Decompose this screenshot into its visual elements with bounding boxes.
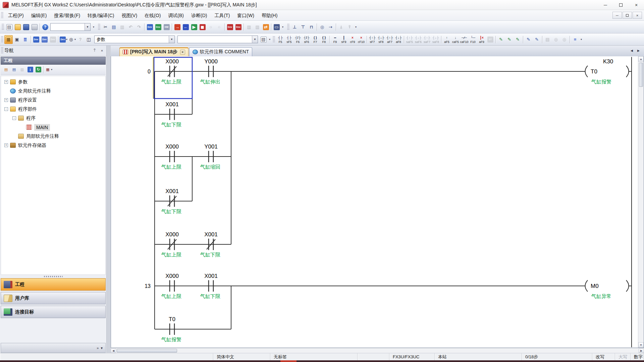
module-config-button[interactable]: ▣ bbox=[13, 35, 21, 44]
edit-contact-button[interactable]: ✎ bbox=[497, 35, 505, 44]
tab-scroll-right[interactable]: ▶ bbox=[636, 48, 641, 53]
paste-button[interactable]: ▥ bbox=[118, 23, 126, 32]
menu-item[interactable]: 转换/编译(C) bbox=[84, 13, 118, 18]
nav-tree-item-程序部件[interactable]: -程序部件 bbox=[1, 105, 105, 114]
tab-close-icon[interactable]: × bbox=[180, 50, 185, 55]
new-item-button[interactable]: ▤ bbox=[2, 66, 10, 74]
device-red-2-button[interactable]: Dev bbox=[234, 23, 243, 32]
instruction-F8-button[interactable]: { }F8 bbox=[320, 35, 328, 45]
ladder-canvas[interactable]: X000气缸上限Y000气缸伸出X001气缸下限X000气缸上限Y001气缸缩回… bbox=[111, 56, 639, 347]
instruction-sF7-button[interactable]: ┤↑├sF7 bbox=[368, 35, 377, 45]
panel-footer-expand[interactable]: » bbox=[97, 346, 99, 350]
menu-item[interactable]: 帮助(H) bbox=[258, 13, 281, 18]
vertical-splitter[interactable] bbox=[107, 46, 111, 353]
instruction-F7-button[interactable]: ( )F7 bbox=[311, 35, 320, 45]
instruction-caF10-button[interactable]: ─∕─caF10 bbox=[460, 35, 469, 45]
item-info-button[interactable]: i bbox=[26, 66, 34, 74]
horizontal-scroll-thumb[interactable] bbox=[117, 349, 177, 353]
cut-button[interactable]: ✂ bbox=[101, 23, 110, 32]
instruction-saF7-button[interactable]: ┤↑├saF7 bbox=[423, 35, 431, 45]
horizontal-scrollbar[interactable]: ◀ ▶ bbox=[111, 348, 644, 353]
nav-view-button-用户库[interactable]: 用户库 bbox=[1, 292, 106, 304]
find-combobox[interactable]: ▼ bbox=[177, 36, 258, 43]
save-file-button[interactable] bbox=[22, 23, 30, 32]
redo-button[interactable]: ↷ bbox=[135, 23, 143, 32]
nav-view-button-工程[interactable]: 工程 bbox=[1, 278, 106, 291]
monitor-pause-button[interactable]: ○ bbox=[207, 23, 215, 32]
nav-toggle-button[interactable]: ▦ bbox=[4, 35, 13, 44]
nav-tree-item-全局软元件注释[interactable]: 全局软元件注释 bbox=[1, 86, 105, 96]
nav-tree-item-MAIN[interactable]: MAIN bbox=[1, 123, 105, 132]
instruction-caF5-button[interactable]: ↓caF5 bbox=[451, 35, 460, 45]
vertical-scroll-thumb[interactable] bbox=[639, 63, 643, 87]
undo-button[interactable]: ↶ bbox=[126, 23, 135, 32]
menu-item[interactable]: 诊断(D) bbox=[187, 13, 211, 18]
mdi-close-button[interactable]: × bbox=[633, 12, 642, 19]
device-display-button[interactable]: Dev▾ bbox=[59, 35, 68, 44]
gray-doc-2-button[interactable]: ▥ bbox=[253, 23, 262, 32]
menu-item[interactable]: 在线(O) bbox=[141, 13, 164, 18]
close-icon[interactable]: × bbox=[99, 48, 105, 53]
find-prev-button[interactable]: ◎ bbox=[552, 35, 560, 44]
graph-up-button[interactable]: ⍋ bbox=[337, 23, 345, 32]
find-next-button[interactable]: ◎ bbox=[560, 35, 569, 44]
paste-item-button[interactable]: ▥ bbox=[18, 66, 26, 74]
instruction-saF5-button[interactable]: ┤↑├saF5 bbox=[405, 35, 414, 45]
edit-inline-st-button[interactable]: ✎ bbox=[524, 35, 533, 44]
instruction-sF8-button[interactable]: ┤↓├sF8 bbox=[377, 35, 385, 45]
instruction-F9-button[interactable]: ━F9 bbox=[331, 35, 339, 45]
sort-filter-button[interactable]: ▦▾ bbox=[45, 66, 53, 74]
edit-rung-button[interactable]: ✎ bbox=[514, 35, 522, 44]
tab-scroll-left[interactable]: ◀ bbox=[629, 48, 635, 53]
sampling-trace-3-button[interactable]: ⊓ bbox=[307, 23, 316, 32]
instruction-aF8-button[interactable]: ┤↓├aF8 bbox=[394, 35, 403, 45]
toolbar-combobox[interactable]: ▼ bbox=[50, 23, 91, 31]
gray-doc-1-button[interactable]: ▥ bbox=[245, 23, 253, 32]
parameter-combobox[interactable]: 参数 ▼ bbox=[94, 36, 175, 43]
sampling-trace-1-button[interactable]: ⊥ bbox=[290, 23, 299, 32]
tree-expander-icon[interactable]: - bbox=[4, 107, 8, 111]
device-grid-button[interactable]: Dev bbox=[40, 35, 49, 44]
chevron-down-icon[interactable]: ▼ bbox=[169, 36, 174, 43]
instruction-saF8-button[interactable]: ┤↓├saF8 bbox=[431, 35, 440, 45]
menu-item[interactable]: 视图(V) bbox=[118, 13, 141, 18]
instruction-F10-button[interactable]: └─F10 bbox=[469, 35, 477, 45]
close-button[interactable]: × bbox=[629, 0, 644, 10]
monitor-stop-button[interactable]: ◼ bbox=[198, 23, 207, 32]
open-file-button[interactable] bbox=[13, 23, 22, 32]
instruction-aF7-button[interactable]: ┤↑├aF7 bbox=[385, 35, 394, 45]
panel-splitter[interactable] bbox=[0, 275, 106, 278]
transfer-setup-button[interactable]: ⇄ bbox=[262, 23, 270, 32]
instruction-aF5-button[interactable]: ↑aF5 bbox=[442, 35, 451, 45]
graph-down-button[interactable]: ⍒ bbox=[345, 23, 354, 32]
instruction-F5-button[interactable]: ┤├F5 bbox=[276, 35, 285, 45]
toolbar-overflow[interactable]: ▾ bbox=[354, 23, 358, 32]
device-write-button[interactable]: Dev bbox=[146, 23, 154, 32]
nav-tree-item-局部软元件注释[interactable]: 局部软元件注释 bbox=[1, 132, 105, 141]
device-hw-button[interactable]: HW bbox=[162, 23, 171, 32]
toolbar-overflow[interactable]: ▾ bbox=[579, 35, 583, 44]
toolbar-overflow[interactable]: ▾ bbox=[268, 35, 272, 44]
nav-tree-item-程序[interactable]: -程序 bbox=[1, 114, 105, 123]
find-button[interactable]: ◫ bbox=[85, 35, 93, 44]
scroll-right-icon[interactable]: ▶ bbox=[639, 349, 644, 353]
tree-expander-icon[interactable]: + bbox=[4, 143, 8, 147]
copy-item-button[interactable]: ▤ bbox=[10, 66, 18, 74]
scroll-down-icon[interactable]: ▼ bbox=[638, 342, 644, 348]
watch-1-button[interactable]: ◎ bbox=[318, 23, 326, 32]
scroll-up-icon[interactable]: ▲ bbox=[638, 56, 644, 62]
menu-item[interactable]: 工具(T) bbox=[211, 13, 233, 18]
vertical-scrollbar[interactable]: ▲ ▼ bbox=[638, 56, 644, 348]
document-tab[interactable]: 软元件注释 COMMENT bbox=[189, 47, 252, 56]
menu-item[interactable]: 工程(P) bbox=[4, 13, 28, 18]
tree-expander-icon[interactable]: - bbox=[12, 116, 16, 120]
watch-2-button[interactable]: ⇢ bbox=[326, 23, 335, 32]
copy-button[interactable]: ▤ bbox=[110, 23, 118, 32]
refresh-button[interactable]: ↻ bbox=[34, 66, 42, 74]
doc-gen-button[interactable]: ▤ bbox=[543, 35, 552, 44]
edit-coil-button[interactable]: ✎ bbox=[505, 35, 514, 44]
help-button[interactable]: ? bbox=[41, 23, 49, 32]
instruction-F6-button[interactable]: ┤/├F6 bbox=[293, 35, 302, 45]
nav-tree-item-程序设置[interactable]: +程序设置 bbox=[1, 96, 105, 105]
tree-expander-icon[interactable]: + bbox=[4, 98, 8, 102]
